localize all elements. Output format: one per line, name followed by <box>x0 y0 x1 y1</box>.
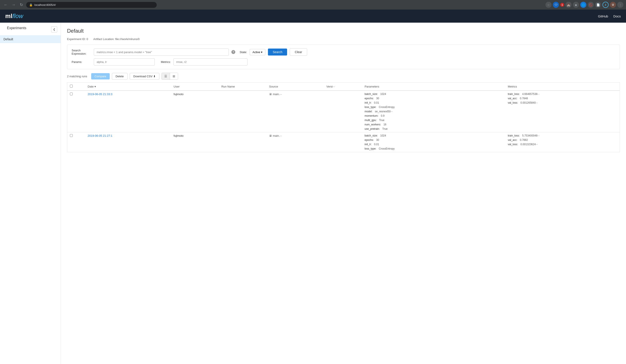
header-user: User <box>171 82 219 91</box>
profile-icon[interactable]: U <box>610 2 616 8</box>
metric-entry: val_acc: 0.7882 <box>508 138 617 142</box>
sidebar: Experiments ❮ Default <box>0 23 61 364</box>
header-checkbox-col <box>67 82 85 91</box>
star-icon[interactable]: ☆ <box>546 2 551 8</box>
extension-icon-3[interactable]: ◆ <box>573 2 579 8</box>
row-params: batch_size: 1024epochs: 30init_lr: 0.01l… <box>362 132 505 152</box>
param-entry: init_lr: 0.01 <box>365 143 503 146</box>
back-button[interactable]: ← <box>3 2 9 8</box>
compare-button[interactable]: Compare <box>91 73 110 80</box>
param-entry: momentum: 0.9 <box>365 114 503 117</box>
view-toggle: ☰ ⊞ <box>161 73 178 80</box>
url-text: localhost:8005/#/ <box>34 3 56 6</box>
row-date: 2019-06-05 21:27:1 <box>85 132 171 152</box>
metric-entry: train_loss: 4.664657538··· <box>508 92 617 96</box>
run-date-link[interactable]: 2019-06-05 21:33:3 <box>88 92 112 96</box>
params-input[interactable] <box>94 58 155 66</box>
toolbar: 2 matching runs Compare Delete Download … <box>67 73 620 80</box>
tab-counter[interactable]: 2 <box>602 2 609 8</box>
extension-icon-4[interactable]: 🌐 <box>580 2 587 8</box>
param-entry: epochs: 30 <box>365 138 503 142</box>
header-version: Versi··· <box>324 82 362 91</box>
table-row: 2019-06-05 21:33:3fujimoto🖥 main.···batc… <box>67 90 620 132</box>
table-header-row: Date ▾ User Run Name Source Versi··· Par… <box>67 82 620 91</box>
row-metrics: train_loss: 5.753400048···val_acc: 0.788… <box>505 132 620 152</box>
row-user: fujimoto <box>171 132 219 152</box>
list-view-button[interactable]: ☰ <box>162 73 170 80</box>
grid-view-button[interactable]: ⊞ <box>170 73 178 80</box>
search-expression-input[interactable] <box>94 48 229 56</box>
terminal-icon: 🖥 <box>269 92 272 96</box>
param-entry: num_workers: 16 <box>365 123 503 126</box>
metric-entry: val_loss: 0.001323624··· <box>508 143 617 146</box>
row-metrics: train_loss: 4.664657538···val_acc: 0.784… <box>505 90 620 132</box>
metric-entry: train_loss: 5.753400048··· <box>508 134 617 137</box>
params-label: Params: <box>72 60 91 64</box>
sidebar-item-default[interactable]: Default <box>0 35 61 43</box>
row-checkbox-cell <box>67 90 85 132</box>
refresh-button[interactable]: ↻ <box>18 2 24 8</box>
row-checkbox[interactable] <box>70 134 73 137</box>
search-expression-label: SearchExpression: <box>72 49 91 55</box>
page-title: Default <box>67 28 620 34</box>
github-link[interactable]: GitHub <box>598 14 608 18</box>
app-logo: mlflow <box>5 13 23 20</box>
search-area: SearchExpression: ? State: Active ▾ Sear… <box>67 45 620 69</box>
param-entry: multi_gpu: True <box>365 119 503 122</box>
select-all-checkbox[interactable] <box>70 85 73 87</box>
extension-icon-5[interactable]: 🚫 <box>588 2 594 8</box>
sidebar-header: Experiments ❮ <box>0 26 61 35</box>
state-select[interactable]: Active ▾ <box>250 49 265 55</box>
param-entry: init_lr: 0.01 <box>365 101 503 104</box>
extension-icon-1[interactable]: 🛡 <box>553 2 559 8</box>
run-date-link[interactable]: 2019-06-05 21:27:1 <box>88 134 112 137</box>
runs-table: Date ▾ User Run Name Source Versi··· Par… <box>67 82 620 152</box>
forward-button[interactable]: → <box>10 2 17 8</box>
main-content: Default Experiment ID: 0 Artifact Locati… <box>61 23 626 364</box>
search-expression-row: SearchExpression: ? State: Active ▾ Sear… <box>72 48 615 56</box>
param-entry: batch_size: 1024 <box>365 92 503 96</box>
extension-icon-2[interactable]: 🏰 <box>565 2 572 8</box>
search-button[interactable]: Search <box>268 48 287 55</box>
help-icon[interactable]: ? <box>231 50 235 54</box>
header-date[interactable]: Date ▾ <box>85 82 171 91</box>
app-header: mlflow GitHub Docs <box>0 10 626 23</box>
row-version <box>324 90 362 132</box>
header-run-name: Run Name <box>219 82 266 91</box>
param-entry: batch_size: 1024 <box>365 134 503 137</box>
experiment-id: Experiment ID: 0 <box>67 38 88 41</box>
metrics-input[interactable] <box>173 58 247 66</box>
browser-toolbar: ☆ 🛡 1 🏰 ◆ 🌐 🚫 📄 2 U ⋮ <box>546 2 623 8</box>
terminal-icon: 🖥 <box>269 134 272 137</box>
extension-icon-6[interactable]: 📄 <box>595 2 601 8</box>
address-bar[interactable]: 🔒 localhost:8005/#/ <box>26 2 157 8</box>
param-entry: loss_type: CrossEntropy <box>365 106 503 109</box>
row-run-name <box>219 90 266 132</box>
header-source: Source <box>266 82 324 91</box>
metrics-label: Metrics: <box>161 60 171 64</box>
table-row: 2019-06-05 21:27:1fujimoto🖥 main.···batc… <box>67 132 620 152</box>
logo-flow: flow <box>12 13 23 19</box>
row-version <box>324 132 362 152</box>
meta-row: Experiment ID: 0 Artifact Location: file… <box>67 38 620 41</box>
state-label: State: <box>240 50 247 54</box>
header-metrics: Metrics <box>505 82 620 91</box>
collapse-sidebar-button[interactable]: ❮ <box>51 26 57 33</box>
row-checkbox[interactable] <box>70 92 73 95</box>
metric-entry: val_loss: 0.001265840··· <box>508 101 617 104</box>
header-nav: GitHub Docs <box>598 14 621 18</box>
sidebar-item-label: Default <box>3 38 13 41</box>
row-user: fujimoto <box>171 90 219 132</box>
clear-button[interactable]: Clear <box>290 48 307 56</box>
delete-button[interactable]: Delete <box>112 73 127 80</box>
artifact-location: Artifact Location: file:///work/mlruns/0 <box>93 38 140 41</box>
param-entry: loss_type: CrossEntropy <box>365 147 503 150</box>
row-run-name <box>219 132 266 152</box>
sidebar-title: Experiments <box>3 26 30 33</box>
param-entry: model: se_resnext50··· <box>365 110 503 113</box>
docs-link[interactable]: Docs <box>613 14 621 18</box>
row-params: batch_size: 1024epochs: 30init_lr: 0.01l… <box>362 90 505 132</box>
logo-ml: ml <box>5 13 12 19</box>
menu-icon[interactable]: ⋮ <box>617 2 623 8</box>
download-csv-button[interactable]: Download CSV ⬇ <box>130 73 159 80</box>
